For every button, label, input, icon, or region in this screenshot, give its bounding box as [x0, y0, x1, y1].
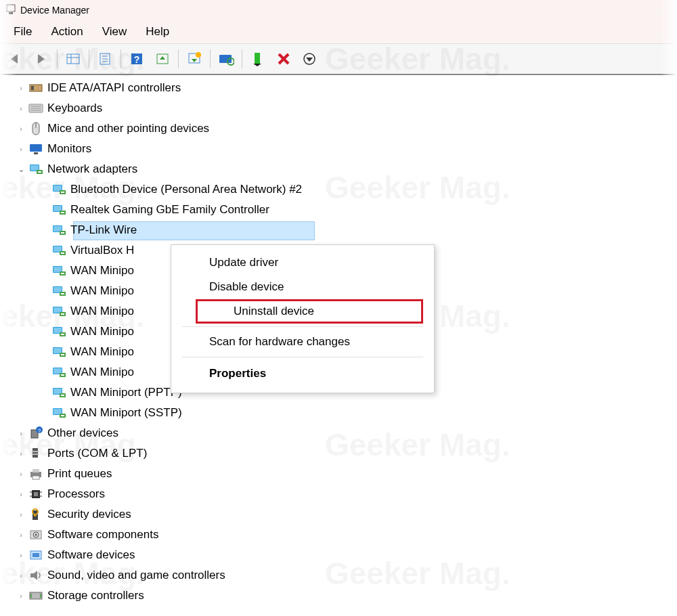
svg-rect-20: [255, 53, 260, 64]
tree-category[interactable]: ›Keyboards: [9, 98, 677, 118]
network-adapter-icon: [51, 385, 66, 400]
svg-rect-79: [61, 374, 64, 376]
svg-rect-1: [9, 12, 13, 14]
menu-help[interactable]: Help: [136, 22, 179, 41]
chevron-right-icon[interactable]: ›: [16, 145, 26, 153]
tree-device-label: WAN Miniport (SSTP): [70, 406, 182, 420]
tree-category[interactable]: ›Security devices: [9, 504, 677, 525]
tree-device[interactable]: Realtek Gaming GbE Family Controller: [9, 200, 677, 220]
menu-view[interactable]: View: [93, 22, 137, 41]
svg-rect-35: [34, 152, 38, 154]
monitor-icon: [28, 141, 43, 156]
context-menu-separator: [182, 326, 423, 327]
chevron-right-icon[interactable]: ›: [16, 125, 26, 133]
tree-category[interactable]: ›Ports (COM & LPT): [9, 443, 677, 464]
tree-device-label: WAN Minipo: [70, 325, 134, 338]
help-icon[interactable]: ?: [127, 49, 147, 69]
forward-arrow-icon[interactable]: [31, 49, 51, 69]
menubar[interactable]: File Action View Help: [0, 20, 677, 44]
context-scan-hardware[interactable]: Scan for hardware changes: [171, 330, 434, 354]
network-adapter-icon: [51, 405, 66, 420]
network-adapter-icon: [51, 202, 66, 217]
svg-rect-83: [61, 395, 64, 396]
menu-action[interactable]: Action: [41, 22, 92, 41]
network-adapter-icon: [51, 263, 66, 278]
tree-category-label: Ports (COM & LPT): [47, 447, 147, 460]
chevron-right-icon[interactable]: ›: [16, 470, 26, 478]
uninstall-icon[interactable]: [184, 49, 204, 69]
security-device-icon: [28, 507, 43, 522]
menu-file[interactable]: File: [4, 22, 41, 41]
scan-hardware-icon[interactable]: [216, 49, 236, 69]
chevron-right-icon[interactable]: ›: [16, 592, 26, 600]
svg-rect-75: [61, 354, 64, 355]
tree-category[interactable]: ›Software devices: [9, 545, 677, 565]
tree-category[interactable]: ›Print queues: [9, 464, 677, 484]
update-driver-icon[interactable]: [152, 49, 173, 69]
tree-device-label: WAN Minipo: [70, 366, 134, 379]
chevron-right-icon[interactable]: ›: [16, 551, 26, 559]
tree-device-label: WAN Minipo: [70, 305, 134, 318]
tree-category[interactable]: ›Processors: [9, 484, 677, 504]
tree-device[interactable]: Bluetooth Device (Personal Area Network)…: [9, 179, 677, 200]
context-update-driver[interactable]: Update driver: [171, 250, 434, 275]
chevron-right-icon[interactable]: ›: [16, 531, 26, 539]
tree-category-label: Storage controllers: [47, 589, 144, 602]
svg-rect-55: [61, 252, 64, 254]
svg-marker-2: [11, 54, 18, 64]
tree-device[interactable]: WAN Miniport (SSTP): [9, 403, 677, 423]
svg-rect-41: [53, 185, 62, 191]
svg-rect-37: [30, 165, 39, 171]
svg-point-17: [196, 52, 201, 58]
back-arrow-icon[interactable]: [5, 49, 26, 69]
network-adapter-icon: [51, 345, 66, 359]
tree-device[interactable]: TP-Link Wire: [9, 220, 677, 240]
svg-rect-47: [61, 212, 64, 213]
network-adapter-icon: [51, 182, 66, 197]
svg-rect-112: [30, 592, 42, 599]
add-legacy-icon[interactable]: [248, 49, 268, 69]
svg-rect-98: [34, 492, 38, 496]
tree-category[interactable]: ⌄Network adapters: [9, 159, 677, 179]
circle-down-icon[interactable]: [299, 49, 320, 69]
tree-category[interactable]: ›?Other devices: [9, 423, 677, 443]
svg-rect-91: [32, 448, 38, 458]
chevron-right-icon[interactable]: ›: [16, 429, 26, 437]
printer-icon: [28, 466, 43, 481]
context-disable-device[interactable]: Disable device: [171, 275, 434, 299]
tree-category[interactable]: ›Software components: [9, 525, 677, 545]
svg-rect-69: [53, 328, 62, 333]
chevron-right-icon[interactable]: ›: [16, 104, 26, 112]
audio-icon: [28, 568, 43, 583]
svg-point-108: [35, 534, 37, 536]
tree-category[interactable]: ›Storage controllers: [9, 586, 677, 606]
chevron-right-icon[interactable]: ›: [16, 571, 26, 579]
tree-category[interactable]: ›Monitors: [9, 139, 677, 159]
context-menu-separator: [182, 357, 423, 357]
svg-rect-39: [38, 171, 41, 173]
svg-rect-71: [61, 334, 64, 335]
network-adapter-icon: [51, 284, 66, 299]
chevron-right-icon[interactable]: ›: [16, 490, 26, 498]
context-menu[interactable]: Update driver Disable device Uninstall d…: [171, 244, 435, 393]
tree-category[interactable]: ›Mice and other pointing devices: [9, 118, 677, 139]
svg-rect-85: [53, 409, 62, 414]
tree-category[interactable]: ›Sound, video and game controllers: [9, 565, 677, 586]
remove-device-icon[interactable]: [274, 49, 294, 69]
processor-icon: [28, 487, 43, 502]
tree-device-label: WAN Minipo: [70, 264, 134, 278]
context-uninstall-device[interactable]: Uninstall device: [196, 299, 423, 324]
show-hidden-icon[interactable]: [63, 49, 83, 69]
tree-device-label: Realtek Gaming GbE Family Controller: [70, 203, 269, 217]
svg-rect-67: [61, 313, 64, 315]
chevron-down-icon[interactable]: ⌄: [16, 165, 26, 174]
chevron-right-icon[interactable]: ›: [16, 449, 26, 458]
chevron-right-icon[interactable]: ›: [16, 510, 26, 519]
software-component-icon: [28, 527, 43, 542]
tree-category[interactable]: ›IDE ATA/ATAPI controllers: [9, 78, 677, 98]
properties-icon[interactable]: [95, 49, 115, 69]
context-properties[interactable]: Properties: [171, 360, 434, 387]
chevron-right-icon[interactable]: ›: [16, 84, 26, 92]
window-titlebar: Device Manager: [0, 0, 677, 20]
svg-rect-43: [61, 192, 64, 193]
